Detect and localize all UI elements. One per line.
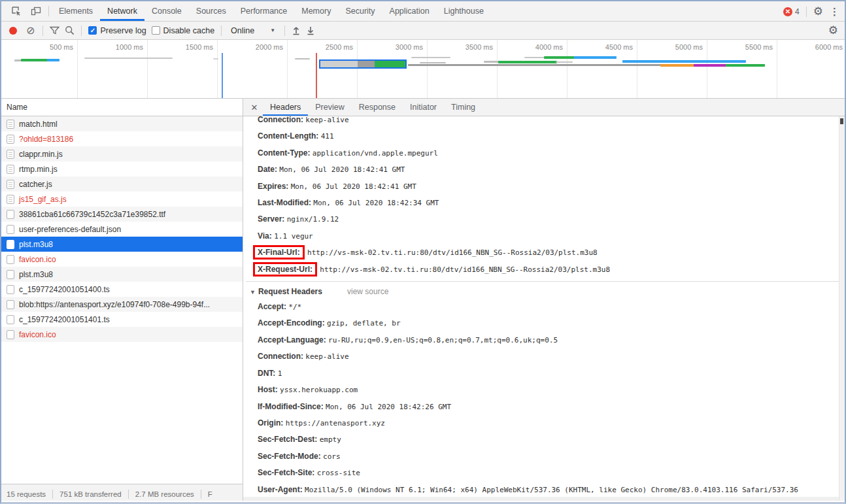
timeline-gridline [77, 40, 78, 98]
timeline-tick-label: 1500 ms [161, 43, 213, 51]
tab-security[interactable]: Security [338, 1, 382, 21]
detail-tab-response[interactable]: Response [352, 99, 403, 116]
request-name: c_15977242001051401.ts [19, 315, 110, 324]
request-name: plst.m3u8 [19, 270, 53, 279]
header-name: Content-Length: [258, 131, 318, 141]
disable-cache-checkbox[interactable]: Disable cache [152, 26, 215, 35]
header-name: Sec-Fetch-Site: [258, 468, 314, 477]
network-settings-gear-icon[interactable]: ⚙ [828, 25, 838, 36]
error-icon: ✕ [783, 7, 792, 16]
request-row[interactable]: user-preferences-default.json [1, 222, 243, 237]
request-row[interactable]: match.html [1, 116, 243, 131]
request-name: user-preferences-default.json [19, 225, 121, 234]
header-value: 1.1 vegur [274, 232, 313, 241]
checkbox-checked-icon[interactable]: ✓ [88, 26, 97, 35]
request-row[interactable]: clappr.min.js [1, 146, 243, 161]
header-name: Origin: [258, 418, 283, 428]
request-row[interactable]: rtmp.min.js [1, 161, 243, 176]
header-row: Content-Length: 411 [246, 128, 845, 144]
record-network-log-button[interactable] [9, 27, 17, 35]
more-options-icon[interactable]: ⋮ [830, 6, 839, 18]
export-har-icon[interactable] [306, 25, 315, 35]
request-row[interactable]: 38861cba61c66739c1452c3a71e39852.ttf [1, 207, 243, 222]
throttling-dropdown[interactable]: Online ▼ [228, 26, 278, 35]
request-row[interactable]: c_15977242001051401.ts [1, 312, 243, 327]
header-name: Via: [258, 231, 272, 241]
horizontal-scrollbar[interactable] [243, 497, 839, 501]
request-row[interactable]: plst.m3u8 [1, 237, 243, 252]
request-name: js15_gif_as.js [19, 195, 67, 204]
view-source-link[interactable]: view source [347, 287, 388, 296]
header-value: Mon, 06 Jul 2020 18:42:41 GMT [279, 165, 405, 174]
header-row: X-Request-Url: http://vs-msk-02.tv.ti.ru… [246, 261, 845, 278]
name-column-header[interactable]: Name [1, 99, 243, 116]
requests-panel: Name match.html?ohldd=813186clappr.min.j… [1, 99, 243, 501]
header-row: Date: Mon, 06 Jul 2020 18:42:41 GMT [246, 161, 845, 178]
request-row[interactable]: ?ohldd=813186 [1, 131, 243, 146]
timeline-tick-label: 3500 ms [441, 43, 493, 51]
preserve-log-checkbox[interactable]: ✓ Preserve log [88, 26, 146, 35]
inspect-element-icon[interactable] [7, 1, 26, 21]
divider [81, 25, 82, 36]
timeline-request-bar [726, 64, 765, 67]
header-name: Connection: [258, 116, 303, 124]
search-icon[interactable] [65, 25, 75, 35]
detail-tab-timing[interactable]: Timing [444, 99, 482, 116]
device-toolbar-icon[interactable] [26, 1, 46, 21]
import-har-icon[interactable] [292, 25, 301, 35]
header-row: Accept-Language: ru-RU,ru;q=0.9,en-US;q=… [246, 332, 845, 348]
request-row[interactable]: favicon.ico [1, 327, 243, 342]
checkbox-unchecked-icon[interactable] [152, 26, 160, 35]
vertical-scrollbar[interactable] [839, 116, 845, 501]
header-value: Mozilla/5.0 (Windows NT 6.1; Win64; x64)… [305, 486, 798, 494]
detail-tab-initiator[interactable]: Initiator [403, 99, 444, 116]
request-row[interactable]: blob:https://antenasport.xyz/e10974f0-70… [1, 297, 243, 312]
close-details-icon[interactable]: ✕ [246, 99, 263, 116]
filter-icon[interactable] [50, 26, 59, 35]
request-headers-section-header[interactable]: ▼Request Headersview source [246, 281, 845, 299]
timeline-selected-request-bar[interactable] [319, 59, 407, 69]
tab-elements[interactable]: Elements [52, 1, 100, 21]
request-row[interactable]: favicon.ico [1, 252, 243, 267]
header-value: https://antenasport.xyz [286, 419, 385, 428]
timeline-request-bar [484, 61, 499, 63]
divider [284, 25, 285, 36]
tab-console[interactable]: Console [144, 1, 189, 21]
clear-network-log-icon[interactable]: ⊘ [26, 25, 35, 36]
scrollbar-thumb[interactable] [840, 118, 843, 124]
detail-tab-preview[interactable]: Preview [308, 99, 351, 116]
header-row: Accept-Encoding: gzip, deflate, br [246, 315, 845, 331]
timeline-tick-label: 6000 ms [790, 43, 843, 51]
header-row: Expires: Mon, 06 Jul 2020 18:42:41 GMT [246, 178, 845, 195]
tab-performance[interactable]: Performance [233, 1, 295, 21]
header-name: Sec-Fetch-Dest: [258, 435, 317, 444]
timeline-gridline [147, 40, 148, 98]
tab-memory[interactable]: Memory [294, 1, 338, 21]
timeline-request-bar [47, 59, 59, 61]
header-row: Sec-Fetch-Mode: cors [246, 448, 845, 465]
disclosure-triangle-icon[interactable]: ▼ [250, 289, 256, 295]
header-row: Sec-Fetch-Site: cross-site [246, 465, 845, 481]
tab-sources[interactable]: Sources [189, 1, 233, 21]
timeline-event-line [316, 53, 317, 98]
summary-item: 751 kB transferred [53, 490, 129, 499]
request-row[interactable]: plst.m3u8 [1, 267, 243, 282]
console-error-badge[interactable]: ✕ 4 [783, 7, 800, 16]
tab-application[interactable]: Application [382, 1, 437, 21]
timeline-gridline [707, 40, 707, 98]
section-title: Request Headers [258, 287, 322, 296]
tab-lighthouse[interactable]: Lighthouse [437, 1, 491, 21]
tab-network[interactable]: Network [100, 1, 144, 21]
request-row[interactable]: catcher.js [1, 176, 243, 192]
request-row[interactable]: c_15977242001051400.ts [1, 282, 243, 297]
detail-tab-headers[interactable]: Headers [263, 99, 308, 116]
header-name: Accept-Encoding: [258, 318, 325, 328]
document-file-icon [7, 195, 14, 204]
request-row[interactable]: js15_gif_as.js [1, 192, 243, 207]
header-name: If-Modified-Since: [258, 402, 324, 411]
network-overview-timeline[interactable]: 500 ms1000 ms1500 ms2000 ms2500 ms3000 m… [1, 40, 845, 99]
settings-gear-icon[interactable]: ⚙ [813, 6, 823, 17]
header-row: Connection: keep-alive [246, 348, 845, 365]
header-name: User-Agent: [258, 485, 303, 494]
timeline-gridline [217, 40, 218, 98]
